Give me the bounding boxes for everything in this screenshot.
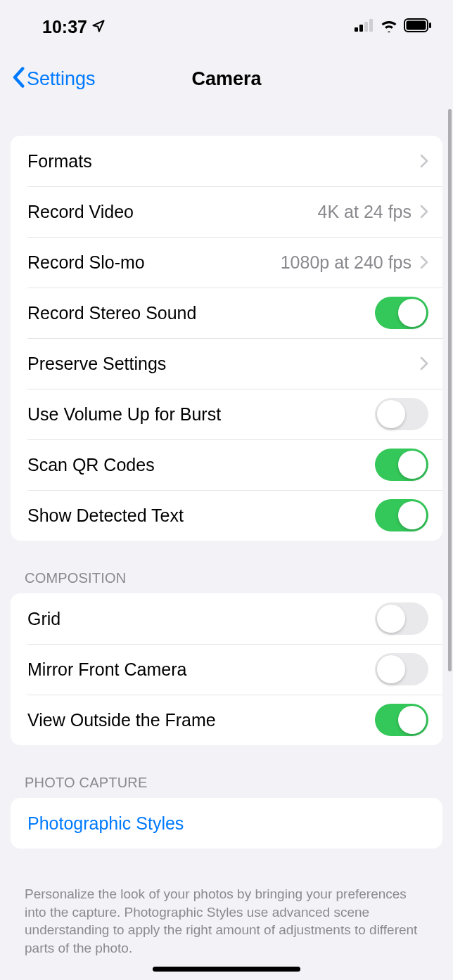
back-button[interactable]: Settings: [11, 67, 96, 91]
row-preserve-settings[interactable]: Preserve Settings: [11, 338, 442, 389]
row-label: Record Slo-mo: [27, 252, 145, 273]
toggle-view-outside-frame[interactable]: [375, 704, 428, 736]
svg-rect-6: [429, 22, 431, 28]
row-label: Show Detected Text: [27, 505, 184, 526]
chevron-left-icon: [11, 67, 25, 91]
settings-group-main: Formats Record Video 4K at 24 fps Record…: [11, 136, 442, 541]
row-label: Formats: [27, 151, 92, 172]
page-title: Camera: [191, 68, 261, 90]
row-scan-qr-codes: Scan QR Codes: [11, 439, 442, 490]
svg-rect-5: [407, 21, 426, 30]
row-label: View Outside the Frame: [27, 710, 216, 730]
row-grid: Grid: [11, 593, 442, 644]
navigation-bar: Settings Camera: [0, 41, 453, 97]
row-value: 4K at 24 fps: [318, 202, 411, 222]
toggle-scan-qr-codes[interactable]: [375, 449, 428, 481]
wifi-icon: [380, 18, 398, 35]
row-label: Grid: [27, 609, 60, 629]
row-record-slomo[interactable]: Record Slo-mo 1080p at 240 fps: [11, 237, 442, 288]
row-record-video[interactable]: Record Video 4K at 24 fps: [11, 186, 442, 237]
row-volume-up-burst: Use Volume Up for Burst: [11, 389, 442, 439]
chevron-right-icon: [420, 205, 428, 219]
toggle-show-detected-text[interactable]: [375, 499, 428, 531]
row-label: Mirror Front Camera: [27, 659, 186, 680]
row-label: Record Stereo Sound: [27, 303, 196, 323]
chevron-right-icon: [420, 255, 428, 269]
status-bar: 10:37: [0, 0, 453, 41]
section-header-composition: COMPOSITION: [11, 570, 442, 593]
row-mirror-front-camera: Mirror Front Camera: [11, 644, 442, 695]
section-header-photo-capture: PHOTO CAPTURE: [11, 775, 442, 798]
section-footer-photo-capture: Personalize the look of your photos by b…: [11, 878, 442, 958]
home-indicator[interactable]: [153, 967, 300, 972]
row-show-detected-text: Show Detected Text: [11, 490, 442, 541]
back-label: Settings: [27, 68, 96, 90]
toggle-mirror-front-camera[interactable]: [375, 653, 428, 685]
svg-rect-2: [364, 22, 368, 32]
row-label: Photographic Styles: [27, 813, 184, 834]
row-formats[interactable]: Formats: [11, 136, 442, 186]
cellular-icon: [355, 19, 374, 34]
chevron-right-icon: [420, 154, 428, 168]
battery-icon: [404, 18, 432, 35]
chevron-right-icon: [420, 356, 428, 370]
settings-group-composition: Grid Mirror Front Camera View Outside th…: [11, 593, 442, 745]
svg-rect-0: [355, 27, 358, 32]
row-label: Preserve Settings: [27, 354, 166, 374]
time-text: 10:37: [42, 17, 87, 37]
row-value: 1080p at 240 fps: [281, 252, 411, 273]
status-time: 10:37: [42, 17, 106, 37]
location-icon: [91, 17, 106, 37]
status-icons: [355, 18, 432, 35]
svg-rect-1: [359, 25, 363, 32]
toggle-volume-up-burst[interactable]: [375, 398, 428, 430]
row-label: Record Video: [27, 202, 134, 222]
row-label: Scan QR Codes: [27, 455, 155, 475]
toggle-grid[interactable]: [375, 602, 428, 635]
content: Formats Record Video 4K at 24 fps Record…: [0, 97, 453, 958]
toggle-record-stereo-sound[interactable]: [375, 297, 428, 329]
row-record-stereo-sound: Record Stereo Sound: [11, 288, 442, 338]
row-label: Use Volume Up for Burst: [27, 404, 221, 425]
settings-group-photo-capture: Photographic Styles: [11, 798, 442, 849]
row-photographic-styles[interactable]: Photographic Styles: [11, 798, 442, 849]
row-view-outside-frame: View Outside the Frame: [11, 695, 442, 745]
svg-rect-3: [369, 19, 373, 32]
scroll-indicator[interactable]: [448, 109, 452, 671]
